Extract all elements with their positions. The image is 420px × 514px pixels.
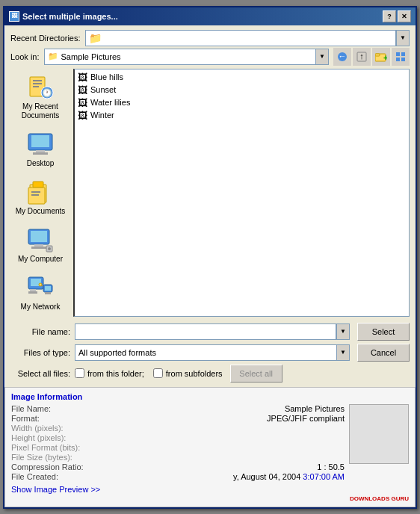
info-format-row: Format: JPEG/JFIF compliant [11,414,345,423]
file-item-bluehills[interactable]: 🖼 Blue hills [76,71,407,84]
info-width-row: Width (pixels): [11,424,345,433]
checkbox-from-subfolders[interactable] [153,368,163,378]
cancel-button[interactable]: Cancel [357,344,410,362]
show-preview-row[interactable]: Show Image Preview >> [11,485,409,494]
lookin-arrow[interactable]: ▼ [315,49,329,65]
info-format-val: JPEG/JFIF compliant [108,414,345,423]
left-nav-panel: 🕐 My RecentDocuments Desktop [10,69,70,317]
title-buttons: ? ✕ [383,10,411,22]
svg-rect-28 [34,244,43,247]
title-bar: 🖼 Select multiple images... ? ✕ [4,7,416,25]
svg-text:↑: ↑ [359,52,364,61]
nav-desktop[interactable]: Desktop [10,127,70,172]
select-all-button[interactable]: Select all [230,365,282,383]
checkbox-group: from this folder; from subfolders [75,368,223,378]
filetype-combo[interactable]: All supported formats [75,344,336,361]
my-network-icon [27,274,54,301]
svg-rect-7 [396,52,400,56]
recent-dirs-row: Recent Directories: 📁 ▼ [10,30,410,46]
file-icon-bluehills: 🖼 [78,72,87,83]
recent-dirs-label: Recent Directories: [10,34,81,43]
info-height-key: Height (pixels): [11,433,108,442]
info-compression-val: 1 : 50.5 [108,462,345,471]
info-pixelfmt-key: Pixel Format (bits): [11,443,108,452]
dialog-window: 🖼 Select multiple images... ? ✕ Recent D… [3,6,417,509]
svg-rect-22 [33,182,43,188]
lookin-label: Look in: [10,52,40,61]
info-compression-row: Compression Ratio: 1 : 50.5 [11,462,345,471]
lookin-value: Sample Pictures [61,52,121,61]
info-created-key: File Created: [11,472,108,481]
show-preview-label: Show Image Preview >> [11,485,100,494]
help-button[interactable]: ? [383,10,396,22]
file-name-sunset: Sunset [90,85,116,94]
checkbox-from-folder[interactable] [75,368,84,378]
filename-input[interactable] [75,323,336,340]
my-documents-label: My Documents [16,207,66,216]
file-icon-waterlilies: 🖼 [78,97,87,108]
main-area: 🕐 My RecentDocuments Desktop [4,66,416,320]
info-width-key: Width (pixels): [11,424,108,433]
file-list[interactable]: 🖼 Blue hills 🖼 Sunset 🖼 Water lilies 🖼 W… [73,69,410,317]
desktop-label: Desktop [27,159,55,168]
info-created-time: 3:07:00 AM [303,472,345,481]
svg-text:+: + [383,53,387,62]
file-item-waterlilies[interactable]: 🖼 Water lilies [76,96,407,109]
svg-rect-27 [31,231,47,242]
nav-my-computer[interactable]: My Computer [10,223,70,267]
selectall-label: Select all files: [10,369,70,378]
filetype-row: Files of type: All supported formats ▼ C… [10,344,410,362]
svg-rect-39 [45,292,51,294]
file-item-sunset[interactable]: 🖼 Sunset [76,84,407,96]
folder-icon-lookin: 📁 [48,52,58,61]
view-button[interactable] [392,48,410,66]
nav-my-network[interactable]: My Network [10,270,70,315]
svg-rect-10 [401,58,405,61]
svg-rect-8 [401,52,405,56]
from-folder-label: from this folder; [87,369,144,378]
info-created-val: y, August 04, 2004 3:07:00 AM [108,472,345,481]
lookin-combo-wrap: 📁 Sample Pictures ▼ [44,49,329,65]
recent-dirs-combo[interactable]: 📁 [85,30,396,46]
file-name-winter: Winter [90,111,114,120]
file-item-winter[interactable]: 🖼 Winter [76,109,407,122]
my-computer-label: My Computer [18,255,63,264]
file-icon-winter: 🖼 [78,110,87,121]
svg-rect-38 [45,286,51,291]
file-name-waterlilies: Water lilies [90,98,130,107]
svg-rect-9 [396,58,400,61]
my-documents-icon [27,179,54,205]
svg-point-31 [48,247,51,250]
info-section: Image Information File Name: Sample Pict… [4,387,416,507]
info-filesize-key: File Size (bytes): [11,453,108,462]
top-section: Recent Directories: 📁 ▼ Look in: 📁 Sampl… [4,25,416,66]
watermark: DOWNLOADS GURU [11,495,409,502]
info-height-row: Height (pixels): [11,433,345,442]
info-filename-val: Sample Pictures [108,404,345,413]
svg-rect-34 [30,289,36,291]
new-folder-button[interactable]: + [372,48,390,66]
filetype-arrow[interactable]: ▼ [336,344,350,361]
recent-docs-icon: 🕐 [27,74,54,101]
dialog-icon: 🖼 [9,11,19,22]
info-height-val [108,433,345,442]
my-network-label: My Network [21,303,61,312]
recent-dirs-combo-wrap: 📁 ▼ [85,30,410,46]
info-filesize-val [108,453,345,462]
filetype-label: Files of type: [10,348,70,357]
file-name-bluehills: Blue hills [90,72,123,81]
select-button[interactable]: Select [357,323,410,341]
nav-recent-docs[interactable]: 🕐 My RecentDocuments [10,70,70,124]
close-button[interactable]: ✕ [398,10,411,22]
nav-my-documents[interactable]: My Documents [10,175,70,220]
my-computer-icon [27,226,54,253]
lookin-row: Look in: 📁 Sample Pictures ▼ ← ↑ + [10,48,410,66]
svg-rect-20 [33,152,48,155]
filename-arrow[interactable]: ▼ [336,323,350,340]
filename-row: File name: ▼ Select [10,323,410,341]
bottom-controls: File name: ▼ Select Files of type: All s… [4,323,416,384]
up-button[interactable]: ↑ [353,48,371,66]
recent-dirs-arrow[interactable]: ▼ [396,30,410,46]
lookin-combo[interactable]: 📁 Sample Pictures [44,49,315,65]
back-button[interactable]: ← [333,48,351,66]
